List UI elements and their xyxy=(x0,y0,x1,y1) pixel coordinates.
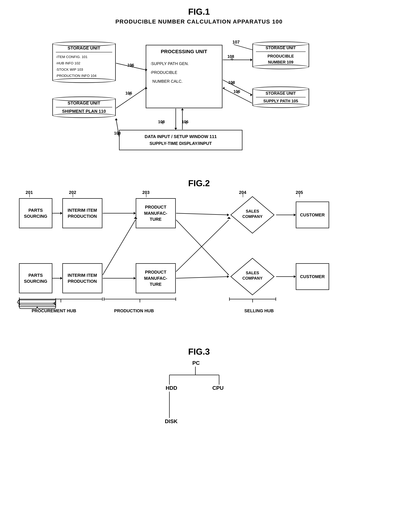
svg-text:106: 106 xyxy=(234,89,240,94)
svg-marker-48 xyxy=(60,212,62,215)
svg-text:108: 108 xyxy=(114,131,121,135)
svg-text:106: 106 xyxy=(182,120,188,124)
fig1-section: FIG.1 PRODUCIBLE NUMBER CALCULATION APPA… xyxy=(10,7,388,162)
svg-line-61 xyxy=(176,220,229,272)
ref-107: 107 xyxy=(233,39,240,44)
svg-marker-64 xyxy=(227,275,229,278)
svg-marker-56 xyxy=(60,277,62,279)
svg-line-53 xyxy=(176,220,229,275)
svg-marker-29 xyxy=(181,108,184,110)
svg-marker-22 xyxy=(223,87,224,89)
svg-marker-58 xyxy=(134,217,137,219)
svg-marker-27 xyxy=(174,128,177,130)
svg-marker-62 xyxy=(227,217,231,219)
svg-marker-2 xyxy=(145,69,147,71)
fig2-section: FIG.2 201 202 203 204 205 PARTSSOURCING … xyxy=(10,178,388,327)
svg-marker-37 xyxy=(115,118,118,120)
fig1-diagram: STORAGE UNIT ·ITEM CONFIG. 101 ·HUB INFO… xyxy=(49,32,349,162)
svg-text:108: 108 xyxy=(228,80,235,85)
fig2-title: FIG.2 xyxy=(10,178,388,188)
fig3-diagram: PC HDD CPU DISK xyxy=(149,358,249,435)
fig2-diagram: 201 202 203 204 205 PARTSSOURCING INTERI… xyxy=(16,190,383,327)
fig3-section: FIG.3 PC HDD CPU DISK xyxy=(10,347,388,435)
svg-marker-66 xyxy=(294,214,296,216)
fig1-title: FIG.1 xyxy=(10,7,388,17)
svg-line-51 xyxy=(176,213,229,215)
svg-text:108: 108 xyxy=(227,54,234,59)
svg-marker-60 xyxy=(134,277,136,279)
svg-text:106: 106 xyxy=(127,63,134,67)
fig1-subtitle: PRODUCIBLE NUMBER CALCULATION APPARATUS … xyxy=(10,18,388,25)
svg-line-0 xyxy=(234,44,253,50)
svg-marker-12 xyxy=(250,58,253,61)
fig3-lines xyxy=(149,358,249,435)
svg-line-57 xyxy=(103,220,135,275)
svg-marker-52 xyxy=(227,214,229,216)
svg-text:106: 106 xyxy=(125,91,132,95)
svg-line-63 xyxy=(176,277,229,278)
fig2-braces xyxy=(16,297,383,317)
svg-marker-7 xyxy=(145,87,147,89)
fig3-title: FIG.3 xyxy=(10,347,388,357)
svg-marker-17 xyxy=(250,94,253,96)
svg-marker-50 xyxy=(134,212,136,215)
svg-marker-68 xyxy=(294,275,296,278)
svg-text:108: 108 xyxy=(158,120,165,124)
